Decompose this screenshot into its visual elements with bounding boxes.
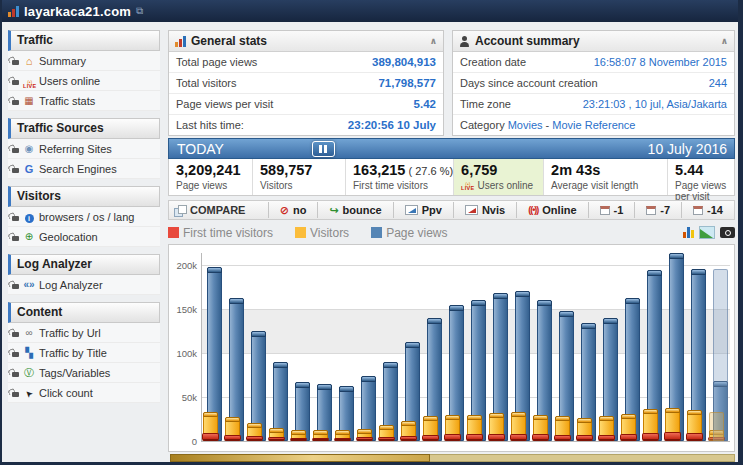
scrollbar-track[interactable] xyxy=(430,454,735,462)
sidebar-item-search-engines[interactable]: G Search Engines xyxy=(8,159,160,179)
bar-first-time-visitors-h5[interactable] xyxy=(312,438,329,441)
sidebar-item-traffic-by-url[interactable]: ∞ Traffic by Url xyxy=(8,323,160,343)
bar-first-time-visitors-h9[interactable] xyxy=(400,436,417,441)
bar-first-time-visitors-h6[interactable] xyxy=(334,438,351,441)
general-stats-header: General stats ∧ xyxy=(169,31,443,52)
general-stats-panel: General stats ∧ Total page views 389,804… xyxy=(168,30,444,136)
stat-row: Total visitors 71,798,577 xyxy=(169,73,443,94)
category-link[interactable]: Movies xyxy=(508,119,543,131)
sidebar-section-content[interactable]: Content xyxy=(8,302,160,323)
chart-red-icon xyxy=(465,205,478,215)
live-icon: (•)LIVE xyxy=(461,182,474,190)
bar-first-time-visitors-h1[interactable] xyxy=(224,435,241,441)
link-icon: ∞ xyxy=(23,327,35,338)
projection-visitors[interactable] xyxy=(709,412,724,441)
chart-blue-icon xyxy=(405,205,418,215)
compare-no-button[interactable]: ⊘ no xyxy=(268,202,318,218)
window-edge-right xyxy=(738,0,743,465)
gridline xyxy=(202,265,730,266)
compare-online-button[interactable]: ((•)) Online xyxy=(516,202,587,218)
bar-first-time-visitors-h17[interactable] xyxy=(576,435,593,441)
stat-page-views: 3,209,241 Page views xyxy=(169,159,253,195)
compare-ppv-button[interactable]: Ppv xyxy=(393,202,453,218)
bar-first-time-visitors-h19[interactable] xyxy=(620,434,637,441)
sidebar-item-traffic-stats[interactable]: ▦ Traffic stats xyxy=(8,91,160,111)
bar-first-time-visitors-h7[interactable] xyxy=(356,437,373,441)
bar-chart-view-icon[interactable] xyxy=(683,227,694,238)
chart-legend: First time visitors Visitors Page views xyxy=(168,223,735,242)
bar-first-time-visitors-h14[interactable] xyxy=(510,434,527,441)
sidebar-section-visitors[interactable]: Visitors xyxy=(8,186,160,207)
bar-first-time-visitors-h2[interactable] xyxy=(246,436,263,441)
sidebar-item-referring-sites[interactable]: ◉ Referring Sites xyxy=(8,139,160,159)
collapse-chevron-icon[interactable]: ∧ xyxy=(430,36,437,46)
compare-bounce-button[interactable]: ↪ bounce xyxy=(317,202,392,218)
bar-first-time-visitors-h8[interactable] xyxy=(378,437,395,441)
compare-nvis-button[interactable]: Nvis xyxy=(453,202,516,218)
sidebar-item-browsers-os-lang[interactable]: i browsers / os / lang xyxy=(8,207,160,227)
legend-visitors[interactable]: Visitors xyxy=(295,226,349,240)
compare-minus7-button[interactable]: -7 xyxy=(634,202,681,218)
today-header-bar: TODAY 10 July 2016 xyxy=(168,138,735,159)
collapse-chevron-icon[interactable]: ∧ xyxy=(721,36,728,46)
sidebar-item-traffic-by-title[interactable]: ▚ Traffic by Title xyxy=(8,343,160,363)
no-icon: ⊘ xyxy=(280,204,289,217)
bar-first-time-visitors-h13[interactable] xyxy=(488,434,505,441)
bar-first-time-visitors-h21[interactable] xyxy=(664,432,681,441)
camera-snapshot-icon[interactable] xyxy=(720,227,735,238)
unlock-icon xyxy=(10,57,19,65)
sidebar-section-traffic-sources[interactable]: Traffic Sources xyxy=(8,118,160,139)
category-link[interactable]: Movie Reference xyxy=(552,119,635,131)
compare-toolbar: COMPARE ⊘ no ↪ bounce Ppv Nvis ((•)) Onl… xyxy=(168,200,735,220)
chart-plot-area[interactable]: 01234567891011121314151617181920212223 xyxy=(201,253,730,442)
bar-first-time-visitors-h22[interactable] xyxy=(686,433,703,441)
area-chart-view-icon[interactable] xyxy=(699,226,715,239)
sidebar-item-summary[interactable]: ⌂ Summary xyxy=(8,51,160,71)
sidebar-item-users-online[interactable]: (•)LIVE Users online xyxy=(8,71,160,91)
chart-horizontal-scrollbar[interactable] xyxy=(170,454,735,462)
bar-first-time-visitors-h20[interactable] xyxy=(642,433,659,441)
app-window: layarkaca21.com ⧉ Traffic ⌂ Summary (•)L… xyxy=(0,0,743,465)
bar-first-time-visitors-h18[interactable] xyxy=(598,435,615,441)
legend-page-views[interactable]: Page views xyxy=(371,226,447,240)
external-link-icon[interactable]: ⧉ xyxy=(136,5,143,17)
scrollbar-handle[interactable] xyxy=(170,454,430,462)
sidebar-section-traffic[interactable]: Traffic xyxy=(8,30,160,51)
bar-first-time-visitors-h16[interactable] xyxy=(554,435,571,441)
bar-first-time-visitors-h4[interactable] xyxy=(290,438,307,441)
sidebar-section-log-analyzer[interactable]: Log Analyzer xyxy=(8,254,160,275)
stat-visitors: 589,757 Visitors xyxy=(253,159,346,195)
bar-first-time-visitors-h15[interactable] xyxy=(532,434,549,441)
stat-row: Creation date 16:58:07 8 November 2015 xyxy=(453,52,734,73)
bar-first-time-visitors-h0[interactable] xyxy=(202,433,219,441)
account-summary-panel: Account summary ∧ Creation date 16:58:07… xyxy=(452,30,735,136)
calendar-icon xyxy=(693,206,703,215)
online-icon: ((•)) xyxy=(528,205,538,215)
legend-first-time-visitors[interactable]: First time visitors xyxy=(168,226,273,240)
sidebar: Traffic ⌂ Summary (•)LIVE Users online ▦… xyxy=(8,30,160,403)
compare-minus1-button[interactable]: -1 xyxy=(588,202,635,218)
unlock-icon xyxy=(10,281,19,289)
sidebar-item-tags-variables[interactable]: Ⓥ Tags/Variables xyxy=(8,363,160,383)
cursor-icon: ➤ xyxy=(23,387,35,399)
bar-chart-icon xyxy=(175,36,186,47)
geo-globe-icon: ⊕ xyxy=(23,231,35,242)
info-icon: i xyxy=(23,211,35,223)
unlock-icon xyxy=(10,233,19,241)
sidebar-item-click-count[interactable]: ➤ Click count xyxy=(8,383,160,403)
compare-minus14-button[interactable]: -14 xyxy=(681,202,734,218)
unlock-icon xyxy=(10,77,19,85)
sidebar-item-log-analyzer[interactable]: «» Log Analyzer xyxy=(8,275,160,295)
sidebar-item-geolocation[interactable]: ⊕ Geolocation xyxy=(8,227,160,247)
bar-first-time-visitors-h11[interactable] xyxy=(444,434,461,441)
window-edge-left xyxy=(0,0,2,465)
bar-first-time-visitors-h10[interactable] xyxy=(422,435,439,441)
pause-button[interactable] xyxy=(312,141,335,157)
bar-first-time-visitors-h3[interactable] xyxy=(268,437,285,441)
stat-users-online[interactable]: 6,759 (•)LIVE Users online xyxy=(454,159,544,195)
category-row: Category Movies - Movie Reference xyxy=(453,115,734,135)
unlock-icon xyxy=(10,349,19,357)
site-title[interactable]: layarkaca21.com xyxy=(24,4,131,19)
bar-first-time-visitors-h12[interactable] xyxy=(466,434,483,441)
person-icon xyxy=(459,36,470,47)
